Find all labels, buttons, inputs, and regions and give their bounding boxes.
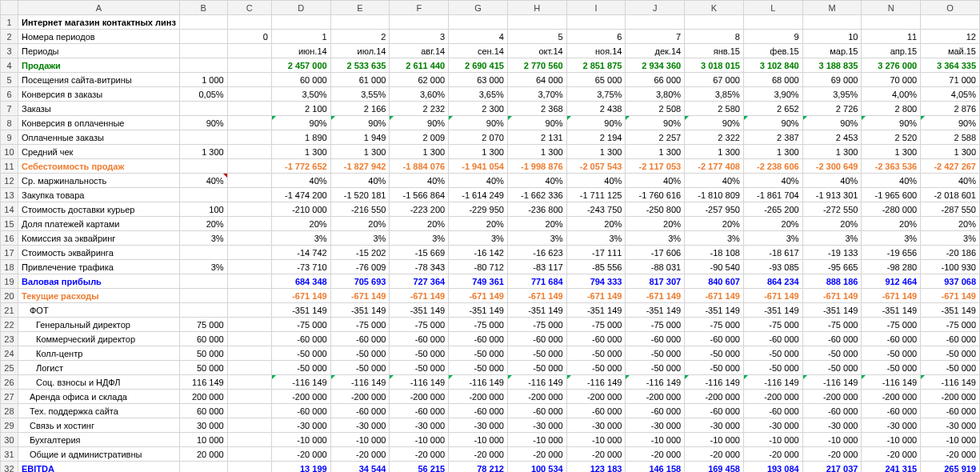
cell-K1[interactable] [685,15,744,30]
cell-L12[interactable]: 40% [743,174,802,188]
cell-E24[interactable]: -50 000 [330,346,390,361]
cell-F10[interactable]: 1 300 [390,145,449,159]
row-header-2[interactable]: 2 [1,30,18,44]
row-10[interactable]: 10Средний чек1 3001 3001 3001 3001 3001 … [1,145,980,159]
cell-C3[interactable] [227,44,271,58]
cell-I29[interactable]: -30 000 [566,418,626,433]
row-header-7[interactable]: 7 [1,102,18,116]
cell-A26[interactable]: Соц. взносы и НДФЛ [18,375,179,390]
cell-I11[interactable]: -2 057 543 [566,159,626,174]
cell-O12[interactable]: 40% [921,174,980,188]
cell-F27[interactable]: -200 000 [390,390,449,404]
cell-D10[interactable]: 1 300 [271,145,330,159]
cell-E15[interactable]: 20% [330,217,390,231]
row-header-10[interactable]: 10 [1,145,18,159]
cell-G24[interactable]: -50 000 [449,346,508,361]
cell-C25[interactable] [227,361,271,375]
cell-E3[interactable]: июл.14 [330,44,390,58]
cell-G27[interactable]: -200 000 [449,390,508,404]
cell-H8[interactable]: 90% [507,116,566,130]
cell-M5[interactable]: 69 000 [802,73,862,87]
cell-L26[interactable]: -116 149 [743,375,802,390]
cell-H28[interactable]: -60 000 [507,404,566,418]
cell-C4[interactable] [227,58,271,73]
cell-E10[interactable]: 1 300 [330,145,390,159]
corner-cell[interactable] [1,1,18,15]
cell-J8[interactable]: 90% [626,116,685,130]
cell-B15[interactable]: 20% [179,217,227,231]
cell-G23[interactable]: -60 000 [449,332,508,346]
cell-C1[interactable] [227,15,271,30]
cell-A6[interactable]: Конверсия в заказы [18,87,179,102]
cell-N14[interactable]: -280 000 [862,202,921,217]
cell-A31[interactable]: Общие и административны [18,447,179,462]
cell-N20[interactable]: -671 149 [862,289,921,303]
cell-I32[interactable]: 123 183 [566,462,626,473]
cell-K19[interactable]: 840 607 [685,274,744,289]
cell-H21[interactable]: -351 149 [507,303,566,318]
cell-N2[interactable]: 11 [862,30,921,44]
cell-D29[interactable]: -30 000 [271,418,330,433]
cell-L17[interactable]: -18 617 [743,246,802,260]
cell-O14[interactable]: -287 550 [921,202,980,217]
cell-C20[interactable] [227,289,271,303]
cell-D22[interactable]: -75 000 [271,318,330,332]
cell-H29[interactable]: -30 000 [507,418,566,433]
cell-H10[interactable]: 1 300 [507,145,566,159]
cell-B27[interactable]: 200 000 [179,390,227,404]
cell-C21[interactable] [227,303,271,318]
cell-N5[interactable]: 70 000 [862,73,921,87]
cell-C6[interactable] [227,87,271,102]
row-header-5[interactable]: 5 [1,73,18,87]
row-18[interactable]: 18Привлечение трафика3%-73 710-76 009-78… [1,260,980,274]
row-header-11[interactable]: 11 [1,159,18,174]
cell-K30[interactable]: -10 000 [685,433,744,447]
cell-I30[interactable]: -10 000 [566,433,626,447]
cell-J1[interactable] [626,15,685,30]
cell-O2[interactable]: 12 [921,30,980,44]
row-21[interactable]: 21ФОТ-351 149-351 149-351 149-351 149-35… [1,303,980,318]
cell-B11[interactable] [179,159,227,174]
cell-I24[interactable]: -50 000 [566,346,626,361]
cell-O32[interactable]: 265 919 [921,462,980,473]
cell-M9[interactable]: 2 453 [802,130,862,145]
cell-O10[interactable]: 1 300 [921,145,980,159]
cell-L22[interactable]: -75 000 [743,318,802,332]
cell-L13[interactable]: -1 861 704 [743,188,802,202]
cell-I16[interactable]: 3% [566,231,626,246]
cell-I23[interactable]: -60 000 [566,332,626,346]
cell-F19[interactable]: 727 364 [390,274,449,289]
cell-N10[interactable]: 1 300 [862,145,921,159]
cell-K9[interactable]: 2 322 [685,130,744,145]
cell-N21[interactable]: -351 149 [862,303,921,318]
cell-G22[interactable]: -75 000 [449,318,508,332]
cell-A18[interactable]: Привлечение трафика [18,260,179,274]
cell-A19[interactable]: Валовая прибыль [18,274,179,289]
cell-D13[interactable]: -1 474 200 [271,188,330,202]
cell-L4[interactable]: 3 102 840 [743,58,802,73]
row-header-13[interactable]: 13 [1,188,18,202]
cell-D23[interactable]: -60 000 [271,332,330,346]
cell-G4[interactable]: 2 690 415 [449,58,508,73]
cell-F23[interactable]: -60 000 [390,332,449,346]
cell-O18[interactable]: -100 930 [921,260,980,274]
cell-L32[interactable]: 193 084 [743,462,802,473]
row-header-6[interactable]: 6 [1,87,18,102]
row-16[interactable]: 16Комиссия за эквайринг3%3%3%3%3%3%3%3%3… [1,231,980,246]
cell-G31[interactable]: -20 000 [449,447,508,462]
cell-O26[interactable]: -116 149 [921,375,980,390]
cell-B21[interactable] [179,303,227,318]
cell-K13[interactable]: -1 810 809 [685,188,744,202]
row-19[interactable]: 19Валовая прибыль684 348705 693727 36474… [1,274,980,289]
cell-M8[interactable]: 90% [802,116,862,130]
cell-L1[interactable] [743,15,802,30]
cell-D18[interactable]: -73 710 [271,260,330,274]
cell-K15[interactable]: 20% [685,217,744,231]
cell-D6[interactable]: 3,50% [271,87,330,102]
cell-I25[interactable]: -50 000 [566,361,626,375]
row-23[interactable]: 23Коммерческий директор60 000-60 000-60 … [1,332,980,346]
cell-M30[interactable]: -10 000 [802,433,862,447]
cell-C14[interactable] [227,202,271,217]
cell-F26[interactable]: -116 149 [390,375,449,390]
cell-H15[interactable]: 20% [507,217,566,231]
